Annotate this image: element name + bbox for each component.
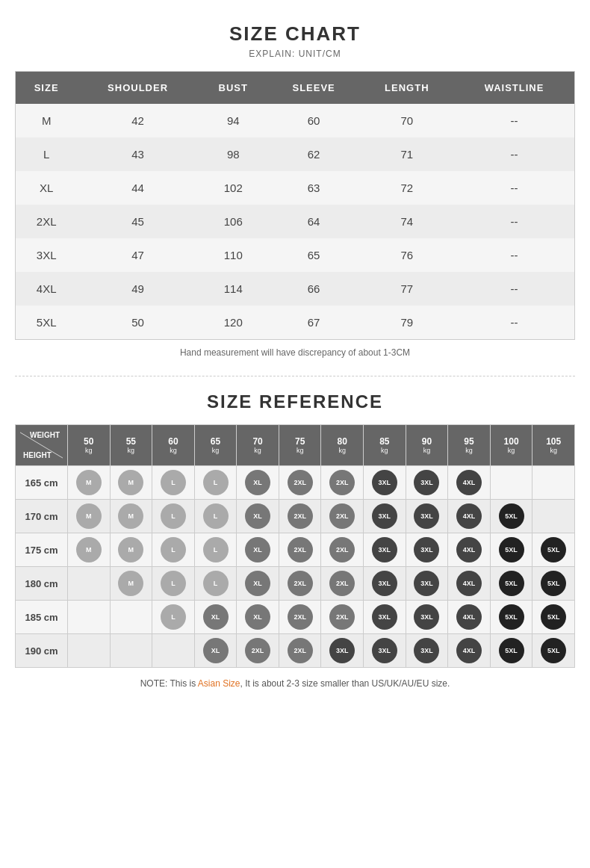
size-badge: 4XL bbox=[456, 470, 482, 495]
size-cell: 2XL bbox=[279, 601, 321, 634]
table-cell: L bbox=[16, 137, 78, 171]
weight-col-header: 95kg bbox=[448, 425, 491, 466]
size-cell: M bbox=[110, 533, 152, 567]
size-cell: M bbox=[110, 466, 152, 500]
size-badge: XL bbox=[245, 503, 270, 529]
size-badge: 4XL bbox=[456, 638, 482, 663]
table-cell: 70 bbox=[360, 104, 454, 137]
size-cell: 3XL bbox=[406, 567, 448, 601]
table-row: M42946070-- bbox=[16, 104, 575, 137]
size-badge: 4XL bbox=[456, 571, 482, 596]
height-label: 185 cm bbox=[16, 601, 68, 634]
table-cell: -- bbox=[454, 171, 574, 205]
size-cell: L bbox=[152, 466, 195, 500]
size-badge: 2XL bbox=[288, 571, 313, 596]
table-cell: 43 bbox=[77, 137, 199, 171]
table-cell: -- bbox=[454, 272, 574, 306]
height-label: 180 cm bbox=[16, 567, 68, 601]
size-badge: 2XL bbox=[329, 571, 355, 596]
size-badge: 4XL bbox=[456, 537, 482, 562]
size-badge: 3XL bbox=[372, 537, 397, 562]
table-row: L43986271-- bbox=[16, 137, 575, 171]
table-cell: 98 bbox=[199, 137, 268, 171]
size-badge: M bbox=[76, 470, 102, 495]
size-cell: L bbox=[152, 601, 195, 634]
size-cell bbox=[68, 634, 111, 668]
size-cell bbox=[532, 466, 575, 500]
size-badge: 3XL bbox=[414, 537, 439, 562]
table-cell: XL bbox=[16, 171, 78, 205]
size-badge: XL bbox=[245, 537, 270, 562]
size-cell: L bbox=[152, 500, 195, 533]
size-cell: 5XL bbox=[532, 601, 575, 634]
size-badge: M bbox=[118, 503, 143, 529]
size-badge: 2XL bbox=[329, 470, 355, 495]
size-badge: 2XL bbox=[288, 638, 313, 663]
size-badge: 5XL bbox=[499, 571, 524, 596]
size-badge: 2XL bbox=[329, 604, 355, 630]
size-badge: L bbox=[161, 604, 186, 630]
table-cell: 120 bbox=[199, 306, 268, 340]
size-badge: 4XL bbox=[456, 604, 482, 630]
size-cell: M bbox=[68, 466, 111, 500]
weight-col-header: 60kg bbox=[152, 425, 195, 466]
size-badge: 5XL bbox=[541, 604, 566, 630]
size-badge: XL bbox=[203, 604, 229, 630]
table-cell: 44 bbox=[77, 171, 199, 205]
size-cell: L bbox=[194, 533, 237, 567]
table-cell: 72 bbox=[360, 171, 454, 205]
table-cell: -- bbox=[454, 205, 574, 238]
size-cell: L bbox=[194, 500, 237, 533]
table-row: 4XL491146677-- bbox=[16, 272, 575, 306]
table-cell: 45 bbox=[77, 205, 199, 238]
size-badge: L bbox=[203, 571, 229, 596]
weight-col-header: 85kg bbox=[364, 425, 406, 466]
size-cell: 3XL bbox=[364, 500, 406, 533]
size-badge: M bbox=[118, 470, 143, 495]
bottom-note: NOTE: This is Asian Size, It is about 2-… bbox=[15, 678, 575, 689]
size-cell: 3XL bbox=[321, 634, 364, 668]
size-cell: 4XL bbox=[448, 533, 491, 567]
size-badge: L bbox=[161, 571, 186, 596]
size-cell bbox=[68, 567, 111, 601]
table-row: 3XL471106576-- bbox=[16, 238, 575, 272]
size-cell: 4XL bbox=[448, 466, 491, 500]
size-badge: XL bbox=[203, 638, 229, 663]
size-reference-table: WEIGHT HEIGHT 50kg55kg60kg65kg70kg75kg80… bbox=[15, 424, 575, 668]
size-cell bbox=[152, 634, 195, 668]
table-cell: 49 bbox=[77, 272, 199, 306]
size-cell bbox=[110, 601, 152, 634]
size-badge: 3XL bbox=[372, 503, 397, 529]
size-cell: 2XL bbox=[321, 533, 364, 567]
size-cell: L bbox=[194, 567, 237, 601]
size-badge: L bbox=[161, 537, 186, 562]
size-badge: 5XL bbox=[541, 571, 566, 596]
table-row: 175 cmMMLLXL2XL2XL3XL3XL4XL5XL5XL bbox=[16, 533, 575, 567]
size-badge: 3XL bbox=[372, 470, 397, 495]
size-cell: 5XL bbox=[532, 533, 575, 567]
size-badge: 5XL bbox=[499, 604, 524, 630]
size-cell: 2XL bbox=[279, 466, 321, 500]
table-cell: M bbox=[16, 104, 78, 137]
size-badge: 3XL bbox=[329, 638, 355, 663]
size-cell bbox=[110, 634, 152, 668]
size-cell: XL bbox=[237, 466, 279, 500]
size-badge: XL bbox=[245, 604, 270, 630]
size-cell: M bbox=[68, 500, 111, 533]
size-badge: 3XL bbox=[372, 638, 397, 663]
size-chart-col-header: SHOULDER bbox=[77, 72, 199, 105]
height-label: 190 cm bbox=[16, 634, 68, 668]
size-cell: 5XL bbox=[532, 567, 575, 601]
size-badge: XL bbox=[245, 470, 270, 495]
size-badge: M bbox=[118, 537, 143, 562]
size-chart-col-header: SLEEVE bbox=[268, 72, 360, 105]
table-cell: 76 bbox=[360, 238, 454, 272]
table-cell: 94 bbox=[199, 104, 268, 137]
size-cell: 5XL bbox=[490, 567, 532, 601]
size-badge: L bbox=[203, 503, 229, 529]
size-badge: 2XL bbox=[288, 537, 313, 562]
table-cell: 66 bbox=[268, 272, 360, 306]
size-badge: 3XL bbox=[414, 604, 439, 630]
size-badge: M bbox=[118, 571, 143, 596]
size-chart-note: Hand measurement will have discrepancy o… bbox=[15, 347, 575, 358]
